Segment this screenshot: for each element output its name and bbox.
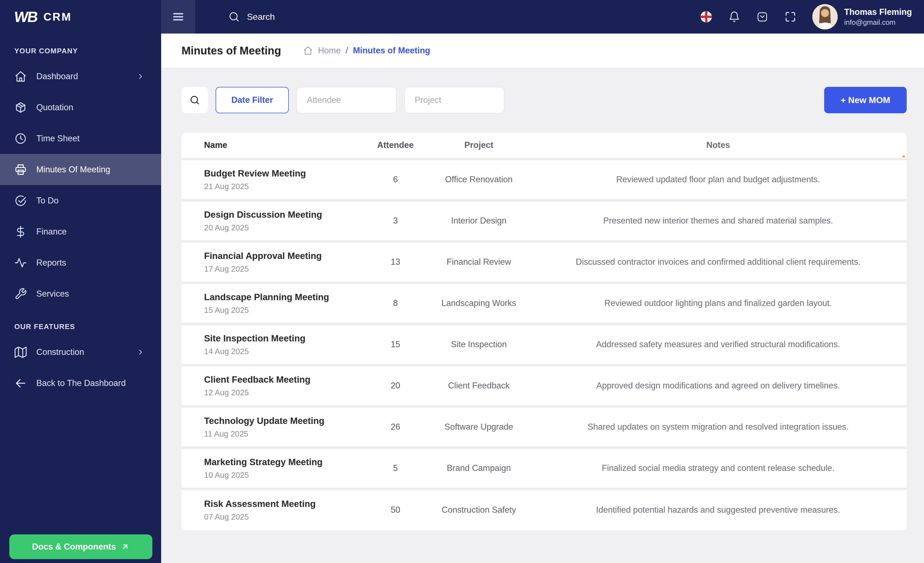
table-row[interactable]: Technology Update Meeting11 Aug 202526So… [182,406,907,448]
meeting-notes: Identified potential hazards and suggest… [530,489,907,530]
menu-icon [172,10,185,23]
attendee-count: 15 [363,324,428,365]
cube-icon [14,101,27,114]
sidebar-section-our-features: OUR FEATURES [0,309,161,337]
sidebar-item-minutes-of-meeting[interactable]: Minutes Of Meeting [0,154,161,185]
meeting-name: Design Discussion Meeting [204,210,363,220]
date-filter-button[interactable]: Date Filter [216,87,289,113]
sidebar-toggle-button[interactable] [161,0,195,33]
table-row[interactable]: Marketing Strategy Meeting10 Aug 20255Br… [182,448,907,489]
table-row[interactable]: Client Feedback Meeting12 Aug 202520Clie… [182,365,907,406]
meeting-name-cell: Risk Assessment Meeting07 Aug 2025 [182,489,363,530]
table-search-button[interactable] [182,87,208,113]
user-menu[interactable]: Thomas Fleming info@gmail.com [812,4,912,29]
sidebar-item-label: Minutes Of Meeting [36,165,110,175]
messages-button[interactable] [756,11,768,23]
page-title: Minutes of Meeting [182,45,281,57]
sidebar-item-dashboard[interactable]: Dashboard [0,61,161,92]
sidebar-item-label: Quotation [36,103,73,112]
table-row[interactable]: Risk Assessment Meeting07 Aug 202550Cons… [182,489,907,530]
project-name: Software Upgrade [428,406,530,448]
meeting-name: Landscape Planning Meeting [204,292,363,302]
activity-icon [14,256,27,269]
meeting-name-cell: Budget Review Meeting21 Aug 2025 [182,159,363,200]
meeting-date: 17 Aug 2025 [204,265,363,274]
project-filter-input[interactable] [404,87,504,113]
chevron-right-icon [134,348,147,356]
table-row[interactable]: Landscape Planning Meeting15 Aug 20258La… [182,283,907,324]
table-row[interactable]: Site Inspection Meeting14 Aug 202515Site… [182,324,907,365]
sidebar-item-label: Dashboard [36,72,78,81]
sidebar-item-construction[interactable]: Construction [0,337,161,368]
sidebar-item-time-sheet[interactable]: Time Sheet [0,123,161,154]
attendee-count: 20 [363,365,428,406]
meeting-date: 12 Aug 2025 [204,388,363,397]
project-name: Landscaping Works [428,283,530,324]
fullscreen-button[interactable] [784,11,796,23]
header-row: NameAttendeeProjectNotes [182,132,907,159]
table-row[interactable]: Financial Approval Meeting17 Aug 202513F… [182,241,907,283]
filter-row: Date Filter + New MOM [182,87,907,113]
language-flag-button[interactable] [700,11,712,23]
sidebar-item-services[interactable]: Services [0,278,161,309]
search-input[interactable] [247,12,384,22]
page-header: Minutes of Meeting Home / Minutes of Mee… [161,33,924,67]
arrow-left-icon [14,377,27,389]
map-icon [14,346,27,358]
topbar-actions: Thomas Fleming info@gmail.com [700,4,924,29]
table-row[interactable]: Design Discussion Meeting20 Aug 20253Int… [182,200,907,241]
sidebar-item-to-do[interactable]: To Do [0,185,161,216]
breadcrumb-current: Minutes of Meeting [353,46,430,55]
brand-logo[interactable]: WB CRM [0,0,161,33]
meeting-date: 14 Aug 2025 [204,347,363,356]
user-email: info@gmail.com [844,18,912,27]
sidebar-item-finance[interactable]: Finance [0,216,161,247]
meeting-notes: Addressed safety measures and verified s… [530,324,907,365]
user-meta: Thomas Fleming info@gmail.com [844,7,912,27]
table-row[interactable]: Budget Review Meeting21 Aug 20256Office … [182,159,907,200]
mom-table-body: Budget Review Meeting21 Aug 20256Office … [182,159,907,530]
notifications-button[interactable] [728,11,740,23]
bell-icon [728,11,740,23]
docs-components-button[interactable]: Docs & Components [9,535,152,559]
global-search [228,11,700,22]
breadcrumb-separator: / [346,46,348,55]
mom-table-head: NameAttendeeProjectNotes [182,132,907,159]
brand-app-name: CRM [44,11,72,23]
meeting-date: 21 Aug 2025 [204,182,363,191]
meeting-date: 10 Aug 2025 [204,471,363,480]
project-name: Office Renovation [428,159,530,200]
clock-icon [14,132,27,145]
meeting-date: 11 Aug 2025 [204,430,363,439]
brand-logo-mark: WB [13,8,39,25]
attendee-count: 26 [363,406,428,448]
meeting-name: Marketing Strategy Meeting [204,457,363,467]
meeting-name-cell: Client Feedback Meeting12 Aug 2025 [182,365,363,406]
meeting-notes: Shared updates on system migration and r… [530,406,907,448]
new-mom-button[interactable]: + New MOM [824,87,907,113]
attendee-count: 50 [363,489,428,530]
column-header-attendee: Attendee [363,132,428,159]
meeting-notes: Finalized social media strategy and cont… [530,448,907,489]
meeting-name-cell: Site Inspection Meeting14 Aug 2025 [182,324,363,365]
meeting-date: 07 Aug 2025 [204,512,363,521]
column-header-project: Project [428,132,530,159]
docs-components-label: Docs & Components [32,542,116,552]
sidebar-item-quotation[interactable]: Quotation [0,92,161,123]
sidebar-item-back-to-dashboard[interactable]: Back to The Dashboard [0,368,161,398]
fullscreen-icon [784,11,796,23]
column-header-notes: Notes [530,132,907,159]
avatar-image [812,4,838,29]
project-name: Client Feedback [428,365,530,406]
meeting-name: Budget Review Meeting [204,168,363,179]
avatar [812,4,838,29]
breadcrumb-home[interactable]: Home [318,46,341,55]
sidebar-item-label: Reports [36,258,66,268]
sidebar-item-label: Back to The Dashboard [36,378,126,388]
attendee-count: 3 [363,200,428,241]
attendee-count: 6 [363,159,428,200]
sidebar-item-reports[interactable]: Reports [0,247,161,278]
arrow-up-right-icon [121,542,129,551]
meeting-name: Client Feedback Meeting [204,374,363,385]
attendee-filter-input[interactable] [297,87,396,113]
